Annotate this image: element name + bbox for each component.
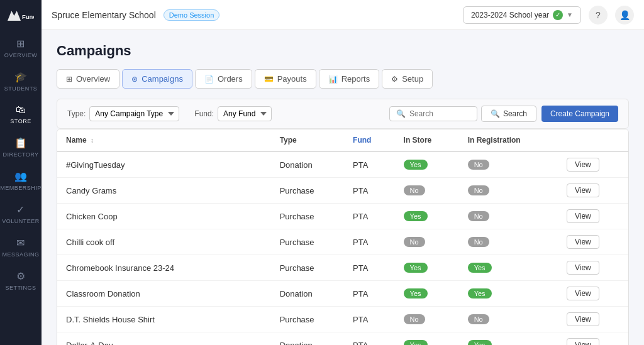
cell-action: View xyxy=(558,281,628,307)
search-input[interactable] xyxy=(409,109,470,118)
sidebar-item-membership[interactable]: 👥 Membership xyxy=(0,164,42,197)
in-store-badge: No xyxy=(404,237,425,247)
cell-name: Chicken Coop xyxy=(57,204,271,229)
cell-type: Donation xyxy=(271,151,344,178)
tab-overview[interactable]: ⊞ Overview xyxy=(57,69,119,89)
cell-type: Purchase xyxy=(271,204,344,229)
type-filter-select[interactable]: Any Campaign Type xyxy=(89,106,179,121)
fund-filter-select[interactable]: Any Fund xyxy=(218,106,272,121)
view-button[interactable]: View xyxy=(567,235,599,249)
messaging-icon: ✉ xyxy=(16,237,25,249)
table-row: Dollar-A-Day Donation PTA Yes Yes View xyxy=(57,332,628,346)
cell-fund: PTA xyxy=(344,178,395,204)
cell-in-store: No xyxy=(395,178,459,204)
school-year-badge: ✓ xyxy=(553,10,563,20)
table-row: Chicken Coop Purchase PTA Yes No View xyxy=(57,204,628,229)
col-action xyxy=(558,129,628,151)
sidebar-item-directory[interactable]: 📋 Directory xyxy=(0,131,42,164)
topbar: Spruce Elementary School Demo Session 20… xyxy=(42,0,644,30)
main-content: Spruce Elementary School Demo Session 20… xyxy=(42,0,644,345)
type-filter-label: Type: xyxy=(67,109,86,118)
user-avatar[interactable]: 👤 xyxy=(615,6,634,25)
tab-overview-label: Overview xyxy=(76,74,110,84)
volunteer-icon: ✓ xyxy=(16,204,25,216)
cell-fund: PTA xyxy=(344,151,395,178)
cell-type: Purchase xyxy=(271,178,344,204)
tab-payouts-label: Payouts xyxy=(277,74,307,84)
tab-setup[interactable]: ⚙ Setup xyxy=(382,69,433,89)
cell-fund: PTA xyxy=(344,332,395,346)
cell-in-registration: No xyxy=(459,307,558,332)
tab-payouts[interactable]: 💳 Payouts xyxy=(255,69,316,89)
in-store-badge: Yes xyxy=(404,263,428,273)
help-icon[interactable]: ? xyxy=(589,6,608,25)
school-year-selector[interactable]: 2023-2024 School year ✓ ▼ xyxy=(463,6,581,24)
cell-action: View xyxy=(558,307,628,332)
cell-fund: PTA xyxy=(344,204,395,229)
view-button[interactable]: View xyxy=(567,158,599,172)
in-registration-badge: No xyxy=(468,314,489,324)
view-button[interactable]: View xyxy=(567,261,599,275)
create-campaign-label: Create Campaign xyxy=(550,109,609,118)
sidebar-label-directory: Directory xyxy=(3,151,38,158)
in-registration-badge: No xyxy=(468,211,489,221)
view-button[interactable]: View xyxy=(567,183,599,197)
school-name: Spruce Elementary School xyxy=(52,10,156,20)
cell-in-store: No xyxy=(395,307,459,332)
col-in-store: In Store xyxy=(395,129,459,151)
search-button[interactable]: 🔍 Search xyxy=(481,106,536,122)
cell-fund: PTA xyxy=(344,229,395,255)
table-row: Candy Grams Purchase PTA No No View xyxy=(57,178,628,204)
sidebar-item-settings[interactable]: ⚙ Settings xyxy=(0,264,42,297)
sidebar-label-membership: Membership xyxy=(0,185,42,191)
sidebar-item-messaging[interactable]: ✉ Messaging xyxy=(0,231,42,264)
search-button-icon: 🔍 xyxy=(491,109,500,118)
cell-name: Classroom Donation xyxy=(57,281,271,307)
in-store-badge: No xyxy=(404,314,425,324)
fund-filter-label: Fund: xyxy=(194,109,214,118)
filter-bar: Type: Any Campaign Type Fund: Any Fund 🔍… xyxy=(57,99,629,129)
col-name[interactable]: Name ↕ xyxy=(57,129,271,151)
view-button[interactable]: View xyxy=(567,338,599,345)
cell-fund: PTA xyxy=(344,255,395,281)
col-fund: Fund xyxy=(344,129,395,151)
tab-orders[interactable]: 📄 Orders xyxy=(195,69,252,89)
view-button[interactable]: View xyxy=(567,312,599,326)
in-store-badge: Yes xyxy=(404,160,428,170)
sidebar-label-settings: Settings xyxy=(5,285,36,291)
sidebar-label-messaging: Messaging xyxy=(3,251,40,258)
chevron-down-icon: ▼ xyxy=(567,11,573,18)
table-row: Chromebook Insurance 23-24 Purchase PTA … xyxy=(57,255,628,281)
in-registration-badge: Yes xyxy=(468,340,492,345)
tab-campaigns[interactable]: ⊛ Campaigns xyxy=(122,69,192,89)
col-in-registration: In Registration xyxy=(459,129,558,151)
cell-type: Purchase xyxy=(271,307,344,332)
sidebar-item-students[interactable]: 🎓 Students xyxy=(0,65,42,98)
table-header-row: Name ↕ Type Fund In Store In Registratio… xyxy=(57,129,628,151)
brand-logo[interactable]: Fund xyxy=(0,0,42,31)
sidebar-item-volunteer[interactable]: ✓ Volunteer xyxy=(0,197,42,231)
campaigns-table-container: Name ↕ Type Fund In Store In Registratio… xyxy=(57,129,629,345)
sidebar-label-volunteer: Volunteer xyxy=(2,218,40,224)
store-icon: 🛍 xyxy=(16,104,26,116)
view-button[interactable]: View xyxy=(567,287,599,300)
sidebar-item-store[interactable]: 🛍 Store xyxy=(0,98,42,131)
tab-reports-label: Reports xyxy=(341,74,370,84)
search-input-icon: 🔍 xyxy=(396,109,406,118)
cell-action: View xyxy=(558,178,628,204)
nav-tabs: ⊞ Overview ⊛ Campaigns 📄 Orders 💳 Payout… xyxy=(57,69,629,89)
in-store-badge: Yes xyxy=(404,340,428,345)
cell-in-store: Yes xyxy=(395,204,459,229)
tab-orders-label: Orders xyxy=(218,74,243,84)
create-campaign-button[interactable]: Create Campaign xyxy=(541,106,618,122)
tab-reports[interactable]: 📊 Reports xyxy=(319,69,380,89)
cell-name: Dollar-A-Day xyxy=(57,332,271,346)
cell-fund: PTA xyxy=(344,281,395,307)
campaigns-table: Name ↕ Type Fund In Store In Registratio… xyxy=(57,129,628,345)
cell-in-registration: Yes xyxy=(459,281,558,307)
view-button[interactable]: View xyxy=(567,209,599,223)
settings-icon: ⚙ xyxy=(16,270,26,282)
directory-icon: 📋 xyxy=(14,137,28,149)
table-row: Chilli cook off Purchase PTA No No View xyxy=(57,229,628,255)
sidebar-item-overview[interactable]: ⊞ Overview xyxy=(0,31,42,65)
